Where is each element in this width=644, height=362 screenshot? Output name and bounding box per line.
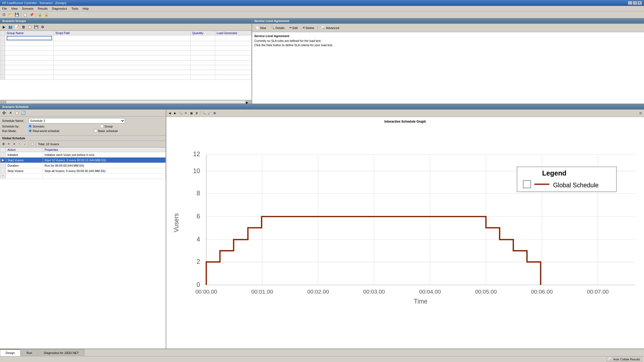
- graph-zoom-fit-btn[interactable]: ⊞: [212, 111, 217, 116]
- sg-remove-button[interactable]: 🗑: [20, 24, 26, 30]
- graph-next-button[interactable]: ▶: [173, 111, 178, 116]
- schedule-name-select[interactable]: Schedule 1: [28, 118, 125, 123]
- table-row: [0, 51, 252, 56]
- row-selector: [0, 35, 5, 41]
- schedule-by-scenario-label[interactable]: Scenario: [28, 125, 44, 128]
- svg-text:00:05.00: 00:05.00: [475, 288, 497, 295]
- gs-add-button[interactable]: ➕: [1, 142, 6, 147]
- sla-delete-button[interactable]: ✕ Delete: [301, 25, 316, 31]
- col-action[interactable]: Action: [6, 148, 43, 152]
- svg-text:10: 10: [193, 167, 200, 174]
- schedule-copy-button[interactable]: 📋: [14, 110, 20, 116]
- maximize-button[interactable]: □: [633, 1, 637, 5]
- col-group-name[interactable]: Group Name: [5, 31, 54, 35]
- graph-zoom-button[interactable]: 🔍: [178, 111, 183, 116]
- gs-down-button[interactable]: ↓: [23, 142, 27, 147]
- sla-new-button[interactable]: 📄 New: [254, 25, 268, 31]
- gs-up-button[interactable]: ↑: [17, 142, 22, 147]
- graph-zoom-out-btn[interactable]: 🔎: [207, 111, 212, 116]
- scenario-groups-table-container[interactable]: Group Name Script Path Quantity Load Gen…: [0, 31, 252, 100]
- run-mode-basic-radio[interactable]: [94, 129, 97, 133]
- toolbar-unlock-button[interactable]: 🔓: [43, 12, 49, 18]
- toolbar-copy-button[interactable]: 📋: [22, 12, 28, 18]
- schedule-delete-button[interactable]: ✕: [8, 110, 13, 116]
- gs-delete-button[interactable]: ✕: [12, 142, 17, 147]
- menu-scenario[interactable]: Scenario: [21, 7, 34, 10]
- svg-text:Vusers: Vusers: [173, 213, 180, 232]
- action-cell: Initialize: [6, 152, 43, 158]
- tab-diagnostics[interactable]: Diagnostics for J2EE/.NET: [38, 349, 84, 356]
- menu-diagnostics[interactable]: Diagnostics: [51, 7, 68, 10]
- schedule-by-scenario-radio[interactable]: [28, 125, 32, 128]
- graph-zoom-in-btn[interactable]: 🔍: [201, 111, 206, 116]
- schedule-table-row[interactable]: ▶ Start Vusers Start 10 Vusers: 2 every …: [0, 158, 166, 163]
- toolbar-save-button[interactable]: 💾: [14, 12, 20, 18]
- svg-text:00:03.00: 00:03.00: [363, 288, 385, 295]
- col-load-generator[interactable]: Load Generator: [215, 31, 251, 35]
- close-button[interactable]: ✕: [638, 1, 642, 5]
- schedule-table-row[interactable]: Duration Run for 00:05:00 (HH:MM:SS): [0, 163, 166, 168]
- sla-edit-button[interactable]: ✏ Edit: [288, 25, 300, 31]
- menu-help[interactable]: Help: [82, 7, 90, 10]
- sg-add-group-button[interactable]: 👥: [8, 24, 13, 30]
- sg-copy-button[interactable]: 📋: [27, 24, 33, 30]
- group-name-cell[interactable]: [5, 35, 54, 41]
- graph-grid-btn[interactable]: ⊞: [194, 111, 199, 116]
- schedule-table-row[interactable]: Initialize Initialize each Vuser just be…: [0, 152, 166, 158]
- tab-design[interactable]: Design: [0, 349, 20, 356]
- sla-details-button[interactable]: 🔍 Details: [269, 25, 286, 31]
- col-quantity[interactable]: Quantity: [191, 31, 215, 35]
- menu-tools[interactable]: Tools: [70, 7, 79, 10]
- col-script-path[interactable]: Script Path: [54, 31, 190, 35]
- table-row: [0, 75, 252, 80]
- gs-table-button[interactable]: 📋: [30, 142, 35, 147]
- scenario-groups-table: Group Name Script Path Quantity Load Gen…: [0, 31, 252, 80]
- scroll-left-btn[interactable]: [1, 101, 6, 103]
- schedule-refresh-button[interactable]: 🔄: [20, 110, 26, 116]
- toolbar-new-button[interactable]: 🗋: [1, 12, 7, 18]
- sla-advanced-button[interactable]: 📊 Advanced: [319, 25, 341, 31]
- graph-prev-button[interactable]: ◀: [167, 111, 172, 116]
- sla-advanced-icon: 📊: [321, 26, 325, 30]
- menu-view[interactable]: View: [10, 7, 19, 10]
- svg-text:8: 8: [197, 190, 200, 197]
- gs-total-vusers: Total: 10 Vusers: [38, 142, 59, 146]
- scroll-right-btn[interactable]: ▶: [246, 101, 251, 103]
- graph-table-btn[interactable]: ▦: [189, 111, 194, 116]
- graph-edit-button[interactable]: ✏: [183, 111, 188, 116]
- schedule-by-group-label[interactable]: Group: [100, 125, 113, 128]
- graph-expand-btn[interactable]: ⊡: [638, 111, 643, 116]
- properties-cell: Stop all Vusers: 5 every 00:00:30 (HH.MM…: [43, 168, 166, 174]
- toolbar-separator-2: [36, 12, 36, 17]
- col-arrow: [0, 148, 6, 152]
- col-properties[interactable]: Properties: [43, 148, 166, 152]
- minimize-button[interactable]: _: [628, 1, 632, 5]
- titlebar-controls: _ □ ✕: [628, 1, 642, 5]
- schedule-table-row[interactable]: Stop Vusers Stop all Vusers: 5 every 00:…: [0, 168, 166, 174]
- sg-settings-button[interactable]: ⚙: [40, 24, 46, 30]
- graph-sep1: [200, 111, 200, 115]
- toolbar-lock-button[interactable]: 🔒: [37, 12, 43, 18]
- toolbar-open-button[interactable]: 📂: [8, 12, 13, 18]
- run-mode-real-label[interactable]: Real-world schedule: [28, 129, 60, 133]
- scroll-bar-horizontal[interactable]: ▶: [0, 100, 252, 104]
- run-mode-real-radio[interactable]: [28, 129, 32, 133]
- svg-text:Global Schedule: Global Schedule: [553, 182, 599, 189]
- sg-add-script-button[interactable]: 📝: [14, 24, 20, 30]
- sla-line2: Click the New button to define SLA crite…: [254, 43, 642, 47]
- schedule-add-button[interactable]: ➕: [1, 110, 7, 116]
- global-schedule-toolbar: ➕ ✏ ✕ ↑ ↓ 📋 Total: 10 Vusers: [0, 141, 166, 147]
- sg-play-button[interactable]: ▶: [1, 24, 7, 30]
- schedule-by-group-radio[interactable]: [100, 125, 104, 128]
- new-row-marker: *: [0, 174, 6, 179]
- global-schedule-panel: Global Schedule ➕ ✏ ✕ ↑ ↓ 📋 Total: 10 Vu…: [0, 136, 166, 349]
- group-name-input[interactable]: [7, 36, 52, 40]
- sg-save-button[interactable]: 💾: [33, 24, 39, 30]
- tab-run[interactable]: Run: [21, 349, 38, 356]
- toolbar-paste-button[interactable]: 📌: [29, 12, 35, 18]
- menu-results[interactable]: Results: [37, 7, 49, 10]
- run-mode-basic-label[interactable]: Basic schedule: [94, 129, 118, 133]
- gs-edit-button[interactable]: ✏: [6, 142, 11, 147]
- schedule-table-container[interactable]: Action Properties Initialize Initialize …: [0, 147, 166, 349]
- menu-file[interactable]: File: [1, 7, 8, 10]
